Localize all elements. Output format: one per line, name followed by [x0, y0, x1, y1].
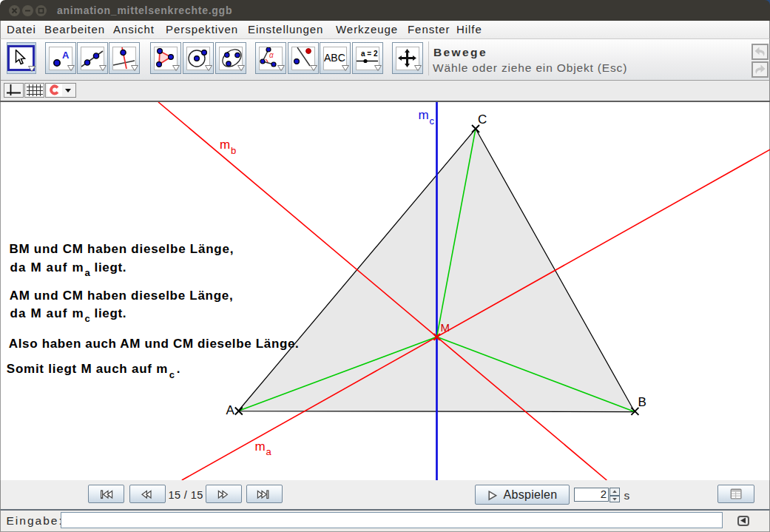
svg-text:da M auf m: da M auf m	[10, 306, 84, 320]
svg-text:c: c	[169, 369, 175, 380]
svg-text:c: c	[430, 115, 435, 127]
svg-text:AM und CM haben dieselbe Länge: AM und CM haben dieselbe Länge,	[10, 289, 233, 303]
svg-text:α: α	[269, 51, 274, 59]
svg-text:a = 2: a = 2	[361, 50, 378, 58]
svg-text:m: m	[220, 138, 230, 152]
svg-text:BM und CM haben dieselbe Länge: BM und CM haben dieselbe Länge,	[9, 242, 233, 256]
svg-text:m: m	[419, 108, 429, 122]
svg-text:M: M	[441, 321, 450, 334]
svg-text:a: a	[85, 267, 91, 278]
svg-text:.: .	[177, 362, 180, 376]
svg-text:b: b	[231, 145, 236, 156]
svg-text:a: a	[266, 446, 272, 457]
svg-text:da M auf m: da M auf m	[10, 260, 84, 275]
svg-text:liegt.: liegt.	[95, 306, 126, 320]
svg-text:c: c	[85, 313, 90, 324]
svg-text:Somit liegt M auch auf m: Somit liegt M auch auf m	[7, 362, 168, 376]
svg-text:ABC: ABC	[324, 52, 345, 64]
svg-text:liegt.: liegt.	[95, 260, 126, 275]
svg-text:C: C	[478, 112, 487, 127]
svg-text:m: m	[255, 440, 266, 454]
svg-text:A: A	[62, 50, 70, 61]
svg-text:A: A	[226, 403, 235, 417]
svg-text:Also haben auch AM und CM dies: Also haben auch AM und CM dieselbe Länge…	[9, 337, 299, 351]
svg-text:B: B	[638, 395, 646, 409]
